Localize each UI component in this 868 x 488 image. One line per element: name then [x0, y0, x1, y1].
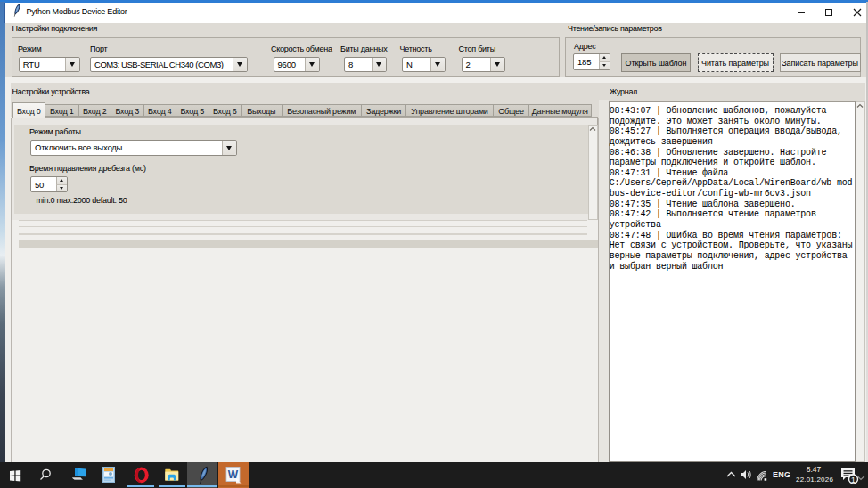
svg-text:1: 1 [851, 475, 856, 484]
svg-text:W: W [228, 468, 239, 481]
